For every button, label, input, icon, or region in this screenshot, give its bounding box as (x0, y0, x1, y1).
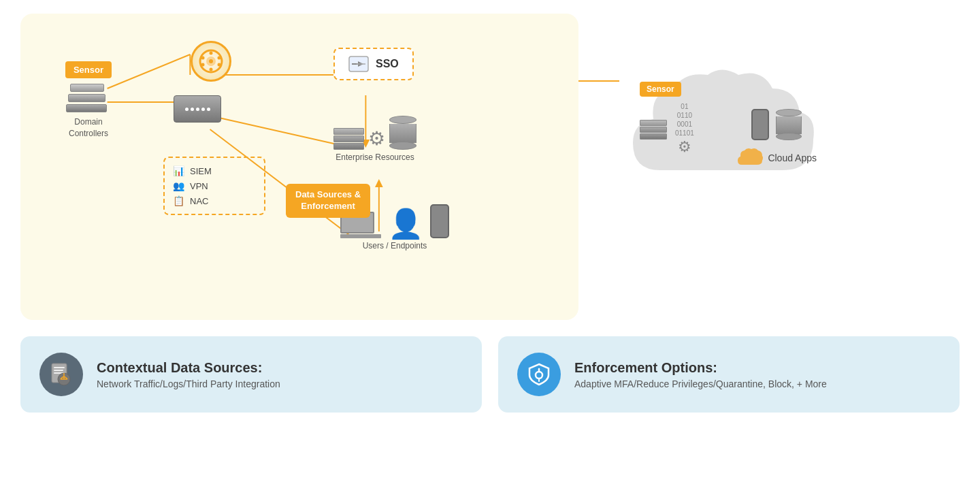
sensor-badge-1: Sensor (65, 61, 112, 78)
contextual-icon-circle (39, 353, 83, 396)
domain-label: DomainControllers (69, 116, 108, 140)
network-switch-icon (174, 95, 221, 123)
nac-label: NAC (190, 196, 208, 206)
cloud-apps-label: Cloud Apps (768, 152, 817, 164)
svg-point-13 (210, 52, 213, 55)
cloud-right-side: Cloud Apps (736, 109, 817, 170)
enforcement-title: Enforcement Options: (574, 360, 827, 376)
dot-4 (201, 108, 205, 111)
cloud-content: Sensor 01 0110 (640, 82, 694, 157)
person-icon: 👤 (388, 210, 423, 238)
sso-label: SSO (376, 58, 399, 70)
dot-5 (207, 108, 210, 111)
enforcement-panel-text: Enforcement Options: Adaptive MFA/Reduce… (574, 360, 827, 389)
cloud-area: Sensor 01 0110 (619, 61, 878, 197)
db-top (389, 116, 416, 124)
enforcement-description: Adaptive MFA/Reduce Privileges/Quarantin… (574, 378, 827, 389)
enterprise-label: Enterprise Resources (336, 152, 414, 162)
bottom-panels: Contextual Data Sources: Network Traffic… (20, 336, 960, 413)
mobile-icon (430, 204, 449, 238)
contextual-data-panel: Contextual Data Sources: Network Traffic… (20, 336, 482, 413)
enterprise-col: ⚙ Enterprise Resources (333, 116, 416, 162)
server-layer-1 (70, 84, 104, 92)
dot-2 (191, 108, 194, 111)
db-body (389, 124, 416, 143)
svg-marker-7 (375, 179, 383, 187)
sso-col: SSO (333, 48, 414, 80)
network-dots (185, 108, 210, 111)
users-label: Users / Endpoints (363, 241, 427, 251)
identity-circle (191, 41, 231, 82)
dot-3 (196, 108, 199, 111)
main-container: Sensor DomainControllers (20, 14, 960, 413)
gear-icon: ⚙ (368, 127, 385, 150)
dot-1 (185, 108, 189, 111)
vpn-label: VPN (190, 181, 208, 191)
svg-point-15 (218, 63, 221, 67)
enforcement-icon-circle (517, 353, 561, 396)
cloud-apps-area: Cloud Apps (736, 146, 817, 170)
svg-point-17 (201, 63, 205, 67)
sso-box: SSO (333, 48, 414, 80)
server-layer-2 (68, 94, 105, 102)
database-icon (389, 116, 416, 150)
contextual-title: Contextual Data Sources: (97, 360, 280, 376)
cloud-db-icon (776, 109, 802, 140)
contextual-panel-text: Contextual Data Sources: Network Traffic… (97, 360, 280, 389)
binary-gear-area: 01 0110 0001 01101 ⚙ (675, 102, 694, 157)
siem-label: SIEM (190, 166, 212, 176)
cloud-connection: Sensor 01 0110 (578, 48, 878, 197)
data-sources-icon (49, 362, 74, 387)
svg-point-12 (209, 59, 213, 63)
db-bottom (389, 142, 416, 150)
diagram-inner: Sensor DomainControllers (48, 34, 551, 293)
enforcement-label: Data Sources &Enforcement (286, 184, 370, 218)
circle-logo-icon (191, 41, 231, 82)
data-sources-box: 📊 SIEM 👥 VPN 📋 NAC (163, 157, 265, 215)
cloud-line (578, 80, 619, 82)
cloud-mobile-icon (751, 109, 769, 140)
yellow-box: Sensor DomainControllers (20, 14, 578, 320)
contextual-description: Network Traffic/Logs/Third Party Integra… (97, 378, 280, 389)
svg-point-30 (536, 372, 542, 378)
siem-item: 📊 SIEM (173, 163, 256, 178)
cloud-apps-icon (736, 146, 764, 170)
network-device (174, 95, 221, 123)
svg-point-14 (218, 57, 221, 60)
enforcement-icon (527, 362, 551, 387)
svg-rect-24 (54, 367, 65, 368)
svg-point-18 (201, 57, 205, 60)
cloud-sensor-badge: Sensor (640, 82, 681, 97)
server-layer-3 (66, 104, 107, 112)
svg-rect-25 (54, 370, 63, 371)
svg-line-2 (210, 116, 346, 146)
diagram-area: Sensor DomainControllers (20, 14, 960, 320)
cloud-server (640, 120, 667, 140)
vpn-item: 👥 VPN (173, 178, 256, 193)
domain-controllers-col: Sensor DomainControllers (48, 61, 129, 140)
enforcement-text: Data Sources &Enforcement (295, 189, 361, 211)
enforcement-options-panel: Enforcement Options: Adaptive MFA/Reduce… (498, 336, 960, 413)
sso-icon (348, 56, 369, 72)
svg-point-16 (210, 68, 213, 71)
nac-item: 📋 NAC (173, 193, 256, 208)
